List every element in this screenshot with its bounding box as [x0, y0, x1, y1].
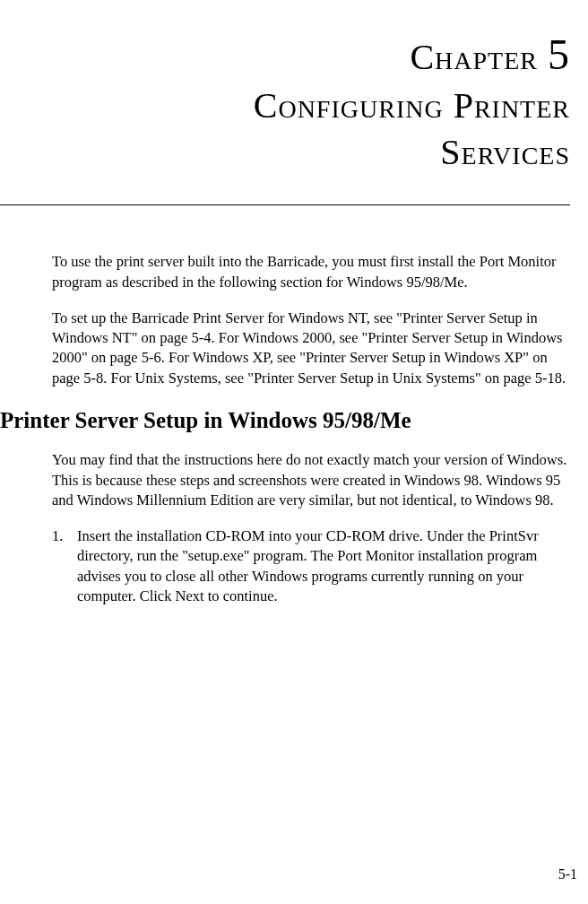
list-item: 1. Insert the installation CD-ROM into y…	[52, 526, 568, 606]
list-item-number: 1.	[52, 526, 77, 606]
section-paragraph-1: You may find that the instructions here …	[52, 450, 568, 510]
section-heading: Printer Server Setup in Windows 95/98/Me	[0, 406, 570, 434]
intro-paragraph-2: To set up the Barricade Print Server for…	[52, 309, 568, 388]
chapter-title: Chapter 5 Configuring Printer Services	[0, 27, 579, 176]
intro-paragraph-1: To use the print server built into the B…	[52, 252, 568, 292]
list-item-text: Insert the installation CD-ROM into your…	[77, 526, 568, 606]
page-number: 5-1	[558, 866, 577, 882]
chapter-title-line1: Configuring Printer	[254, 85, 570, 126]
chapter-number: 5	[548, 30, 570, 78]
chapter-label: Chapter	[410, 37, 538, 77]
chapter-title-line2: Services	[440, 132, 570, 172]
